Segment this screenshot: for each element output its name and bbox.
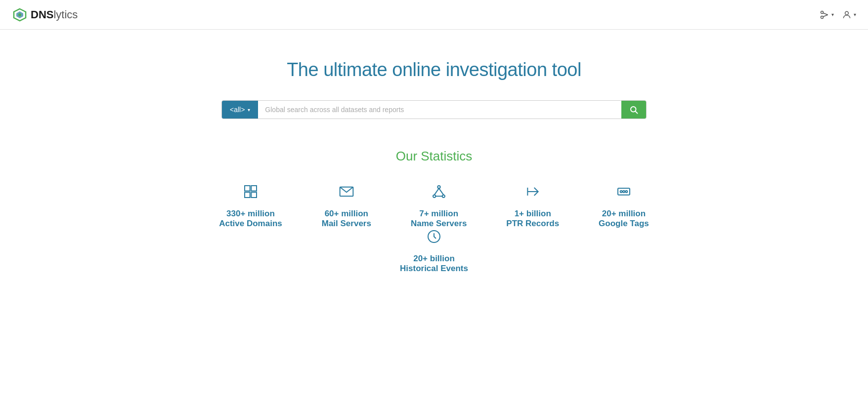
svg-line-17 <box>439 188 443 195</box>
search-submit-button[interactable] <box>621 101 646 119</box>
stat-text-name-servers: 7+ million Name Servers <box>411 209 467 229</box>
svg-point-22 <box>623 191 625 193</box>
stat-number-ptr-records: 1+ billion <box>515 209 551 219</box>
svg-point-23 <box>625 191 627 193</box>
svg-rect-11 <box>251 192 257 198</box>
stat-google-tags: 20+ million Google Tags <box>579 184 669 229</box>
stat-text-ptr-records: 1+ billion PTR Records <box>506 209 559 229</box>
stat-name-servers: 7+ million Name Servers <box>391 184 486 229</box>
svg-rect-10 <box>245 192 250 198</box>
svg-rect-9 <box>251 186 257 191</box>
svg-point-2 <box>18 13 21 16</box>
stat-number-name-servers: 7+ million <box>419 209 458 219</box>
svg-point-5 <box>845 11 849 15</box>
tools-icon <box>820 10 829 20</box>
stat-label-google-tags: Google Tags <box>599 219 649 229</box>
brand-logo-link[interactable]: DNSlytics <box>12 7 78 23</box>
search-type-label: <all> <box>230 106 245 114</box>
svg-line-4 <box>823 15 828 17</box>
tools-caret: ▾ <box>831 12 834 17</box>
stat-label-active-domains: Active Domains <box>219 219 282 229</box>
stat-text-historical-events: 20+ billion Historical Events <box>400 254 468 274</box>
tools-menu-button[interactable]: ▾ <box>820 10 834 20</box>
search-bar: <all> ▾ <box>221 100 647 119</box>
svg-line-3 <box>823 13 828 15</box>
stat-number-historical-events: 20+ billion <box>413 254 455 264</box>
stat-label-ptr-records: PTR Records <box>506 219 559 229</box>
stat-text-google-tags: 20+ million Google Tags <box>599 209 649 229</box>
navbar: DNSlytics ▾ ▾ <box>0 0 868 30</box>
user-caret: ▾ <box>854 12 856 17</box>
stat-label-historical-events: Historical Events <box>400 264 468 274</box>
statistics-title: Our Statistics <box>162 149 706 164</box>
stat-number-active-domains: 330+ million <box>226 209 275 219</box>
stat-label-mail-servers: Mail Servers <box>322 219 371 229</box>
tag-icon <box>616 184 632 203</box>
user-icon <box>842 10 852 20</box>
stat-number-google-tags: 20+ million <box>602 209 646 219</box>
search-input[interactable] <box>258 101 621 119</box>
stat-mail-servers: 60+ million Mail Servers <box>302 184 391 229</box>
stat-number-mail-servers: 60+ million <box>325 209 368 219</box>
main-content: The ultimate online investigation tool <… <box>0 30 868 399</box>
history-icon <box>426 229 442 248</box>
brand-logo-icon <box>12 7 28 23</box>
svg-point-15 <box>442 195 444 198</box>
stat-label-name-servers: Name Servers <box>411 219 467 229</box>
statistics-grid: 330+ million Active Domains 60+ million … <box>162 184 706 274</box>
hero-title: The ultimate online investigation tool <box>287 59 581 80</box>
svg-line-16 <box>434 188 438 195</box>
user-menu-button[interactable]: ▾ <box>842 10 856 20</box>
brand-name: DNSlytics <box>31 8 78 21</box>
stat-text-mail-servers: 60+ million Mail Servers <box>322 209 371 229</box>
search-icon <box>629 105 638 114</box>
ptr-icon <box>525 184 541 203</box>
network-icon <box>431 184 447 203</box>
building-icon <box>243 184 259 203</box>
svg-point-14 <box>433 195 435 198</box>
search-type-dropdown[interactable]: <all> ▾ <box>222 101 258 119</box>
svg-point-21 <box>620 191 622 193</box>
statistics-section: Our Statistics 330+ million Active Domai… <box>162 149 706 274</box>
mail-icon <box>339 184 354 203</box>
stat-historical-events: 20+ billion Historical Events <box>380 229 488 274</box>
navbar-right: ▾ ▾ <box>820 10 856 20</box>
svg-line-7 <box>635 111 637 113</box>
svg-rect-8 <box>245 186 250 191</box>
dropdown-caret: ▾ <box>248 107 250 113</box>
stat-active-domains: 330+ million Active Domains <box>199 184 302 229</box>
stat-text-active-domains: 330+ million Active Domains <box>219 209 282 229</box>
stat-ptr-records: 1+ billion PTR Records <box>486 184 579 229</box>
svg-point-13 <box>437 186 440 188</box>
